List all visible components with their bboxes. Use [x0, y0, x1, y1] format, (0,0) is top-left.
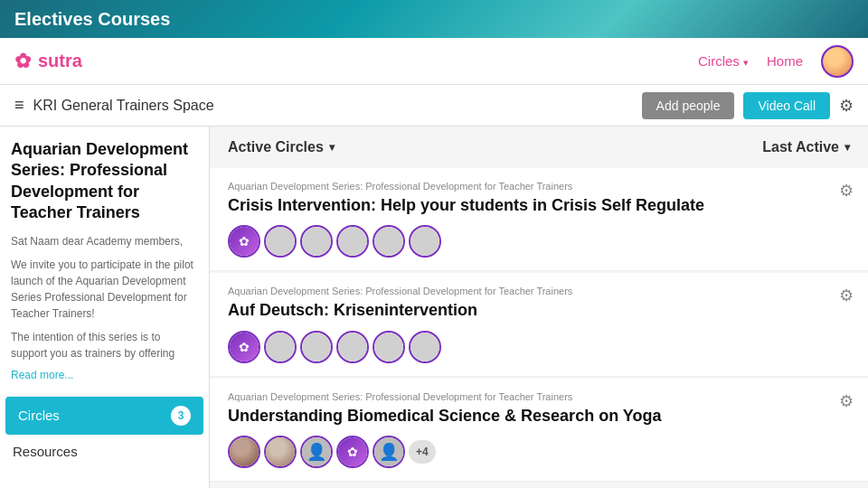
- card1-avatar-2: [264, 225, 297, 258]
- home-nav-link[interactable]: Home: [767, 53, 803, 69]
- logo-text: sutra: [38, 51, 82, 71]
- circle-card-1: Aquarian Development Series: Professiona…: [210, 168, 868, 271]
- card2-gear-icon[interactable]: ⚙: [839, 286, 854, 305]
- sidebar-fade: The intention of this series is to suppo…: [11, 329, 198, 365]
- card1-title[interactable]: Crisis Intervention: Help your students …: [228, 195, 850, 216]
- navbar: ✿ sutra Circles ▾ Home: [0, 38, 868, 85]
- card3-avatar-4: ✿: [336, 436, 369, 468]
- banner-title: Electives Courses: [14, 9, 170, 30]
- card3-avatar-5: 👤: [373, 436, 405, 468]
- resources-label: Resources: [13, 444, 78, 459]
- add-people-button[interactable]: Add people: [642, 92, 735, 119]
- card2-avatar-3: [300, 331, 333, 363]
- sidebar-description1: Sat Naam dear Academy members,: [11, 233, 198, 249]
- user-avatar[interactable]: [821, 45, 854, 78]
- sidebar-nav: Circles 3 Resources: [0, 396, 209, 468]
- card1-avatar-6: [409, 225, 441, 258]
- silhouette-icon-2: 👤: [379, 442, 399, 462]
- card1-gear-icon[interactable]: ⚙: [839, 181, 854, 201]
- card2-avatar-1: ✿: [228, 331, 260, 363]
- logo-icon: ✿: [14, 50, 31, 73]
- silhouette-icon: 👤: [307, 442, 326, 462]
- card1-breadcrumb: Aquarian Development Series: Professiona…: [228, 181, 850, 192]
- last-active-filter[interactable]: Last Active ▾: [762, 139, 850, 155]
- sidebar-item-resources[interactable]: Resources: [0, 435, 209, 468]
- subheader: ≡ KRI General Trainers Space Add people …: [0, 85, 868, 127]
- circles-label: Circles: [18, 408, 60, 423]
- sidebar-description3: The intention of this series is to suppo…: [11, 329, 198, 365]
- card1-avatar-5: [373, 225, 405, 258]
- video-call-button[interactable]: Video Call: [743, 92, 830, 119]
- card2-breadcrumb: Aquarian Development Series: Professiona…: [228, 286, 850, 296]
- sidebar-heading: Aquarian Development Series: Professiona…: [11, 139, 198, 224]
- sidebar-text-block: Aquarian Development Series: Professiona…: [0, 127, 209, 389]
- circle-card-3: Aquarian Development Series: Professiona…: [210, 379, 868, 482]
- card1-avatar-4: [336, 225, 369, 258]
- card3-avatars: 👤 ✿ 👤 +4: [228, 436, 850, 468]
- main-layout: Aquarian Development Series: Professiona…: [0, 127, 868, 488]
- card3-avatar-2: [264, 436, 297, 468]
- last-active-arrow: ▾: [844, 141, 850, 154]
- circles-badge: 3: [171, 406, 191, 426]
- card2-avatar-6: [409, 331, 441, 363]
- card3-avatar-1: [228, 436, 260, 468]
- circles-dropdown-arrow: ▾: [743, 57, 749, 68]
- card3-breadcrumb: Aquarian Development Series: Professiona…: [228, 391, 850, 402]
- card2-title[interactable]: Auf Deutsch: Krisenintervention: [228, 300, 850, 321]
- avatar-image: [823, 47, 852, 76]
- card2-avatar-2: [264, 331, 297, 363]
- subheader-left: ≡ KRI General Trainers Space: [14, 96, 214, 115]
- active-circles-label: Active Circles: [228, 139, 324, 155]
- sidebar-item-circles[interactable]: Circles 3: [5, 397, 203, 435]
- read-more-link[interactable]: Read more...: [11, 369, 198, 381]
- content-area: Active Circles ▾ Last Active ▾ Aquarian …: [210, 127, 868, 488]
- card1-avatars: ✿: [228, 225, 850, 258]
- card2-avatar-4: [336, 331, 369, 363]
- navbar-right: Circles ▾ Home: [698, 45, 854, 78]
- card2-avatar-5: [373, 331, 405, 363]
- sidebar: Aquarian Development Series: Professiona…: [0, 127, 210, 488]
- circle-card-2: Aquarian Development Series: Professiona…: [210, 273, 868, 376]
- card3-avatar-3: 👤: [300, 436, 333, 468]
- extra-avatar-count: +4: [409, 440, 436, 464]
- top-banner: Electives Courses: [0, 0, 868, 38]
- card3-gear-icon[interactable]: ⚙: [839, 391, 854, 411]
- subheader-right: Add people Video Call ⚙: [642, 92, 854, 119]
- circles-nav-link[interactable]: Circles ▾: [698, 53, 749, 69]
- logo-area: ✿ sutra: [14, 50, 82, 73]
- card3-title[interactable]: Understanding Biomedical Science & Resea…: [228, 406, 850, 427]
- last-active-label: Last Active: [762, 139, 839, 155]
- active-circles-filter[interactable]: Active Circles ▾: [228, 139, 335, 155]
- hamburger-icon[interactable]: ≡: [14, 96, 24, 115]
- active-circles-arrow: ▾: [329, 141, 335, 154]
- card1-avatar-3: [300, 225, 333, 258]
- space-title: KRI General Trainers Space: [33, 98, 214, 114]
- content-header: Active Circles ▾ Last Active ▾: [210, 127, 868, 168]
- card2-avatars: ✿: [228, 331, 850, 363]
- sidebar-description2: We invite you to participate in the pilo…: [11, 257, 198, 322]
- settings-gear-icon[interactable]: ⚙: [839, 96, 854, 116]
- card1-avatar-1: ✿: [228, 225, 260, 258]
